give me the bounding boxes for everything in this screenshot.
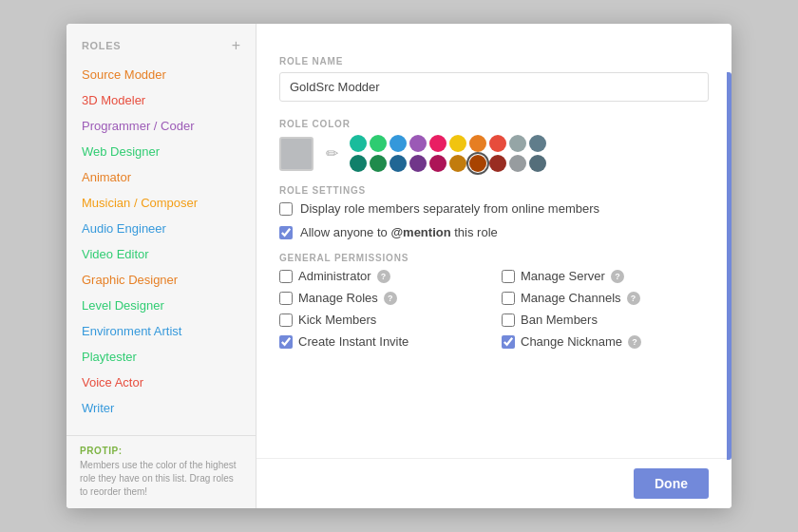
permission-checkbox[interactable] [279, 292, 293, 305]
allow-mention-label: Allow anyone to @mention this role [300, 225, 498, 239]
color-swatch[interactable] [469, 135, 486, 152]
eyedropper-button[interactable]: ✏ [318, 141, 345, 167]
permissions-grid: Administrator?Manage Server?Manage Roles… [279, 269, 709, 349]
role-item[interactable]: Web Designer [66, 139, 256, 164]
sidebar-header: ROLES + [66, 37, 256, 62]
protip-section: PROTIP: Members use the color of the hig… [66, 435, 256, 508]
permission-item: Manage Roles? [279, 291, 486, 305]
role-item[interactable]: Playtester [66, 344, 256, 370]
display-separately-checkbox[interactable] [279, 202, 293, 216]
color-swatch[interactable] [529, 155, 546, 172]
allow-mention-checkbox[interactable] [279, 226, 293, 239]
permission-label: Manage Roles [298, 291, 378, 305]
color-swatch[interactable] [350, 135, 367, 152]
permission-item: Create Instant Invite [279, 334, 486, 349]
permission-checkbox[interactable] [502, 292, 515, 305]
permission-checkbox[interactable] [502, 335, 515, 349]
permission-label: Manage Channels [521, 291, 621, 305]
color-swatch[interactable] [469, 155, 486, 172]
color-swatch[interactable] [390, 135, 407, 152]
permission-item: Manage Server? [502, 269, 709, 283]
role-name-input[interactable] [279, 72, 709, 102]
roles-list: Source Modder3D ModelerProgrammer / Code… [66, 62, 256, 435]
permission-item: Kick Members [279, 313, 486, 327]
color-swatch[interactable] [370, 135, 387, 152]
color-swatch[interactable] [489, 135, 506, 152]
general-permissions-section-label: GENERAL PERMISSIONS [279, 253, 709, 263]
role-item[interactable]: Programmer / Coder [66, 113, 256, 139]
role-color-section-label: ROLE COLOR [279, 119, 709, 129]
display-separately-label: Display role members separately from onl… [300, 201, 599, 216]
color-swatch[interactable] [429, 135, 446, 152]
permission-label: Administrator [298, 269, 371, 283]
done-button[interactable]: Done [634, 468, 709, 499]
permission-checkbox[interactable] [502, 270, 515, 283]
role-item[interactable]: Video Editor [66, 241, 256, 267]
color-swatch[interactable] [529, 135, 546, 152]
permission-label: Kick Members [298, 313, 376, 327]
role-item[interactable]: 3D Modeler [66, 87, 256, 113]
color-grid-row [350, 135, 546, 152]
color-swatch[interactable] [489, 155, 506, 172]
role-item[interactable]: Environment Artist [66, 318, 256, 344]
role-item[interactable]: Source Modder [66, 62, 256, 87]
permission-item: Manage Channels? [502, 291, 709, 305]
permission-checkbox[interactable] [279, 335, 293, 349]
color-grid-row [350, 155, 546, 172]
main-content: ROLE NAME ROLE COLOR ✏ ROLE SETTINGS Dis… [256, 24, 732, 508]
role-item[interactable]: Animator [66, 164, 256, 190]
selected-color-swatch[interactable] [279, 137, 314, 171]
help-icon[interactable]: ? [611, 270, 624, 283]
color-picker-row: ✏ [279, 135, 709, 172]
permission-checkbox[interactable] [502, 314, 515, 327]
permission-label: Create Instant Invite [298, 334, 408, 349]
color-swatch[interactable] [449, 155, 466, 172]
role-name-section-label: ROLE NAME [279, 56, 709, 66]
role-item[interactable]: Voice Actor [66, 370, 256, 395]
color-swatch[interactable] [509, 155, 526, 172]
permission-item: Ban Members [502, 313, 709, 327]
display-separately-row: Display role members separately from onl… [279, 201, 709, 216]
color-swatch[interactable] [370, 155, 387, 172]
color-swatch[interactable] [409, 135, 427, 152]
color-swatch[interactable] [409, 155, 427, 172]
color-swatch[interactable] [509, 135, 526, 152]
help-icon[interactable]: ? [377, 270, 390, 283]
role-item[interactable]: Level Designer [66, 293, 256, 318]
role-item[interactable]: Graphic Designer [66, 267, 256, 293]
role-settings-section-label: ROLE SETTINGS [279, 185, 709, 196]
protip-label: PROTIP: [80, 446, 242, 456]
color-grid [350, 135, 546, 172]
permission-checkbox[interactable] [279, 270, 293, 283]
help-icon[interactable]: ? [384, 292, 397, 305]
allow-mention-row: Allow anyone to @mention this role [279, 225, 709, 239]
permission-checkbox[interactable] [279, 314, 293, 327]
sidebar: ROLES + Source Modder3D ModelerProgramme… [66, 24, 256, 508]
permission-label: Ban Members [521, 313, 598, 327]
role-item[interactable]: Audio Engineer [66, 216, 256, 241]
permission-item: Administrator? [279, 269, 486, 283]
permission-item: Change Nickname? [502, 334, 709, 349]
modal-container: ROLES + Source Modder3D ModelerProgramme… [66, 24, 732, 508]
accent-bar [727, 72, 732, 460]
permission-label: Change Nickname [521, 334, 622, 349]
role-item[interactable]: Musician / Composer [66, 190, 256, 216]
bottom-bar: Done [256, 458, 732, 508]
color-swatch[interactable] [350, 155, 367, 172]
main-scroll: ROLE NAME ROLE COLOR ✏ ROLE SETTINGS Dis… [279, 43, 709, 459]
help-icon[interactable]: ? [628, 335, 641, 349]
help-icon[interactable]: ? [627, 292, 640, 305]
roles-header-label: ROLES [82, 40, 121, 51]
permission-label: Manage Server [521, 269, 605, 283]
color-swatch[interactable] [429, 155, 446, 172]
role-item[interactable]: Writer [66, 395, 256, 421]
protip-text: Members use the color of the highest rol… [80, 459, 242, 499]
color-swatch[interactable] [449, 135, 466, 152]
color-swatch[interactable] [390, 155, 407, 172]
add-role-button[interactable]: + [232, 37, 240, 54]
